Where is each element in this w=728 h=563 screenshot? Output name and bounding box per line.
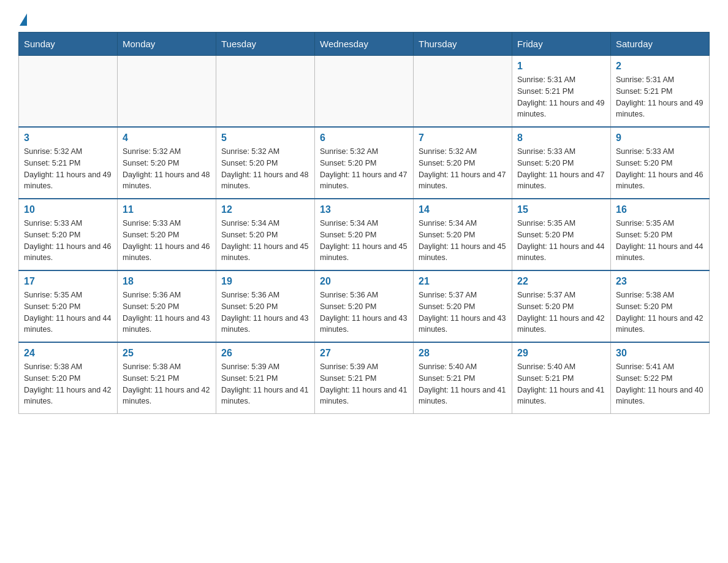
day-info: Sunrise: 5:34 AMSunset: 5:20 PMDaylight:… <box>419 218 507 264</box>
day-number: 25 <box>123 348 211 359</box>
calendar-cell: 19Sunrise: 5:36 AMSunset: 5:20 PMDayligh… <box>216 270 315 342</box>
day-number: 27 <box>320 348 408 359</box>
day-number: 15 <box>517 204 605 215</box>
calendar-cell: 12Sunrise: 5:34 AMSunset: 5:20 PMDayligh… <box>216 199 315 270</box>
day-number: 22 <box>517 276 605 287</box>
calendar-cell: 27Sunrise: 5:39 AMSunset: 5:21 PMDayligh… <box>315 342 414 414</box>
day-number: 20 <box>320 276 408 287</box>
calendar-cell: 24Sunrise: 5:38 AMSunset: 5:20 PMDayligh… <box>19 342 118 414</box>
calendar-cell: 29Sunrise: 5:40 AMSunset: 5:21 PMDayligh… <box>512 342 611 414</box>
day-number: 1 <box>517 61 605 72</box>
calendar-cell: 10Sunrise: 5:33 AMSunset: 5:20 PMDayligh… <box>19 199 118 270</box>
weekday-header-tuesday: Tuesday <box>216 33 315 56</box>
day-info: Sunrise: 5:39 AMSunset: 5:21 PMDaylight:… <box>320 361 408 407</box>
calendar-cell <box>118 56 216 128</box>
calendar-cell: 13Sunrise: 5:34 AMSunset: 5:20 PMDayligh… <box>315 199 414 270</box>
day-info: Sunrise: 5:32 AMSunset: 5:20 PMDaylight:… <box>123 146 211 192</box>
calendar-cell: 16Sunrise: 5:35 AMSunset: 5:20 PMDayligh… <box>611 199 710 270</box>
day-number: 4 <box>123 132 211 144</box>
day-number: 2 <box>616 61 704 72</box>
weekday-header-wednesday: Wednesday <box>315 33 414 56</box>
day-info: Sunrise: 5:35 AMSunset: 5:20 PMDaylight:… <box>616 218 704 264</box>
calendar-cell <box>19 56 118 128</box>
day-info: Sunrise: 5:33 AMSunset: 5:20 PMDaylight:… <box>24 218 112 264</box>
day-number: 16 <box>616 204 704 215</box>
weekday-header-monday: Monday <box>118 33 216 56</box>
logo <box>18 12 27 26</box>
calendar-header-row: SundayMondayTuesdayWednesdayThursdayFrid… <box>19 33 710 56</box>
day-info: Sunrise: 5:35 AMSunset: 5:20 PMDaylight:… <box>517 218 605 264</box>
day-number: 30 <box>616 348 704 359</box>
day-info: Sunrise: 5:31 AMSunset: 5:21 PMDaylight:… <box>517 74 605 120</box>
day-number: 24 <box>24 348 112 359</box>
day-number: 12 <box>221 204 309 215</box>
calendar-cell: 15Sunrise: 5:35 AMSunset: 5:20 PMDayligh… <box>512 199 611 270</box>
calendar-cell: 22Sunrise: 5:37 AMSunset: 5:20 PMDayligh… <box>512 270 611 342</box>
day-info: Sunrise: 5:37 AMSunset: 5:20 PMDaylight:… <box>419 289 507 335</box>
day-number: 29 <box>517 348 605 359</box>
logo-triangle-icon <box>20 13 27 26</box>
day-number: 5 <box>221 132 309 144</box>
calendar-cell: 20Sunrise: 5:36 AMSunset: 5:20 PMDayligh… <box>315 270 414 342</box>
day-info: Sunrise: 5:41 AMSunset: 5:22 PMDaylight:… <box>616 361 704 407</box>
day-info: Sunrise: 5:34 AMSunset: 5:20 PMDaylight:… <box>320 218 408 264</box>
weekday-header-saturday: Saturday <box>611 33 710 56</box>
day-info: Sunrise: 5:36 AMSunset: 5:20 PMDaylight:… <box>221 289 309 335</box>
day-number: 13 <box>320 204 408 215</box>
page-header <box>18 12 710 26</box>
calendar-cell: 28Sunrise: 5:40 AMSunset: 5:21 PMDayligh… <box>414 342 512 414</box>
day-number: 9 <box>616 132 704 144</box>
day-number: 18 <box>123 276 211 287</box>
calendar-week-row: 3Sunrise: 5:32 AMSunset: 5:21 PMDaylight… <box>19 127 710 199</box>
calendar-cell: 4Sunrise: 5:32 AMSunset: 5:20 PMDaylight… <box>118 127 216 199</box>
calendar-cell: 1Sunrise: 5:31 AMSunset: 5:21 PMDaylight… <box>512 56 611 128</box>
calendar-cell: 3Sunrise: 5:32 AMSunset: 5:21 PMDaylight… <box>19 127 118 199</box>
calendar-cell: 25Sunrise: 5:38 AMSunset: 5:21 PMDayligh… <box>118 342 216 414</box>
day-number: 14 <box>419 204 507 215</box>
calendar-cell: 26Sunrise: 5:39 AMSunset: 5:21 PMDayligh… <box>216 342 315 414</box>
calendar-cell <box>315 56 414 128</box>
day-info: Sunrise: 5:39 AMSunset: 5:21 PMDaylight:… <box>221 361 309 407</box>
calendar-cell: 9Sunrise: 5:33 AMSunset: 5:20 PMDaylight… <box>611 127 710 199</box>
day-info: Sunrise: 5:33 AMSunset: 5:20 PMDaylight:… <box>517 146 605 192</box>
day-info: Sunrise: 5:40 AMSunset: 5:21 PMDaylight:… <box>517 361 605 407</box>
weekday-header-friday: Friday <box>512 33 611 56</box>
day-info: Sunrise: 5:33 AMSunset: 5:20 PMDaylight:… <box>616 146 704 192</box>
calendar-cell: 18Sunrise: 5:36 AMSunset: 5:20 PMDayligh… <box>118 270 216 342</box>
day-info: Sunrise: 5:36 AMSunset: 5:20 PMDaylight:… <box>320 289 408 335</box>
calendar-cell: 21Sunrise: 5:37 AMSunset: 5:20 PMDayligh… <box>414 270 512 342</box>
day-number: 11 <box>123 204 211 215</box>
day-info: Sunrise: 5:32 AMSunset: 5:20 PMDaylight:… <box>221 146 309 192</box>
day-number: 10 <box>24 204 112 215</box>
calendar-cell: 5Sunrise: 5:32 AMSunset: 5:20 PMDaylight… <box>216 127 315 199</box>
weekday-header-sunday: Sunday <box>19 33 118 56</box>
calendar-week-row: 17Sunrise: 5:35 AMSunset: 5:20 PMDayligh… <box>19 270 710 342</box>
calendar-cell: 23Sunrise: 5:38 AMSunset: 5:20 PMDayligh… <box>611 270 710 342</box>
day-info: Sunrise: 5:33 AMSunset: 5:20 PMDaylight:… <box>123 218 211 264</box>
calendar-table: SundayMondayTuesdayWednesdayThursdayFrid… <box>18 32 710 414</box>
weekday-header-thursday: Thursday <box>414 33 512 56</box>
day-info: Sunrise: 5:31 AMSunset: 5:21 PMDaylight:… <box>616 74 704 120</box>
day-number: 6 <box>320 132 408 144</box>
day-number: 28 <box>419 348 507 359</box>
calendar-cell: 11Sunrise: 5:33 AMSunset: 5:20 PMDayligh… <box>118 199 216 270</box>
day-info: Sunrise: 5:37 AMSunset: 5:20 PMDaylight:… <box>517 289 605 335</box>
calendar-cell: 30Sunrise: 5:41 AMSunset: 5:22 PMDayligh… <box>611 342 710 414</box>
calendar-cell: 6Sunrise: 5:32 AMSunset: 5:20 PMDaylight… <box>315 127 414 199</box>
calendar-cell <box>414 56 512 128</box>
day-number: 23 <box>616 276 704 287</box>
calendar-week-row: 10Sunrise: 5:33 AMSunset: 5:20 PMDayligh… <box>19 199 710 270</box>
day-info: Sunrise: 5:35 AMSunset: 5:20 PMDaylight:… <box>24 289 112 335</box>
calendar-cell: 7Sunrise: 5:32 AMSunset: 5:20 PMDaylight… <box>414 127 512 199</box>
day-info: Sunrise: 5:32 AMSunset: 5:20 PMDaylight:… <box>320 146 408 192</box>
day-info: Sunrise: 5:38 AMSunset: 5:20 PMDaylight:… <box>24 361 112 407</box>
day-info: Sunrise: 5:34 AMSunset: 5:20 PMDaylight:… <box>221 218 309 264</box>
day-number: 21 <box>419 276 507 287</box>
day-number: 26 <box>221 348 309 359</box>
calendar-cell: 14Sunrise: 5:34 AMSunset: 5:20 PMDayligh… <box>414 199 512 270</box>
calendar-week-row: 24Sunrise: 5:38 AMSunset: 5:20 PMDayligh… <box>19 342 710 414</box>
day-number: 3 <box>24 132 112 144</box>
day-info: Sunrise: 5:38 AMSunset: 5:20 PMDaylight:… <box>616 289 704 335</box>
day-number: 7 <box>419 132 507 144</box>
day-info: Sunrise: 5:32 AMSunset: 5:20 PMDaylight:… <box>419 146 507 192</box>
